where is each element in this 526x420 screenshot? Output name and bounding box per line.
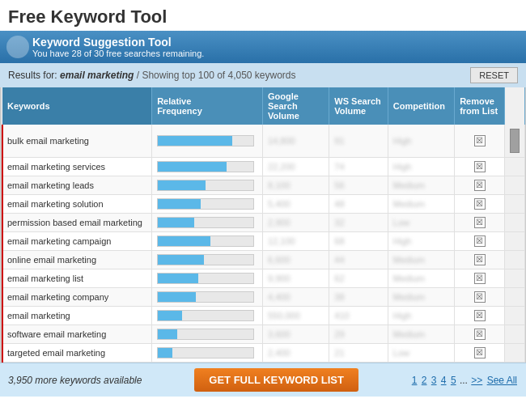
competition-cell: Medium [388,251,454,269]
competition-cell: Medium [388,195,454,214]
gsv-cell: 3,600 [263,325,329,344]
competition-cell: Medium [388,325,454,344]
remove-cell[interactable]: ☒ [455,251,505,269]
gsv-cell: 550,000 [263,307,329,325]
results-sub: / Showing top 100 of 4,050 keywords [137,70,296,81]
gsv-cell: 9,900 [263,269,329,288]
competition-cell: Medium [388,176,454,195]
keyword-cell: software email marketing [2,325,152,344]
frequency-cell [152,195,263,214]
table-row: targeted email marketing2,40021Low☒ [2,344,525,363]
table-row: email marketing leads8,10056Medium☒ [2,176,525,195]
competition-cell: Medium [388,269,454,288]
keyword-cell: email marketing solution [2,195,152,214]
page-title: Free Keyword Tool [0,0,526,31]
gsv-cell: 2,400 [263,344,329,363]
competition-cell: High [388,125,454,158]
table-row: email marketing services22,20074High☒ [2,158,525,176]
wsv-cell: 74 [329,158,388,176]
table-row: email marketing list9,90062Medium☒ [2,269,525,288]
page-5[interactable]: 5 [451,375,456,386]
col-wsv: WS SearchVolume [329,87,388,125]
banner-title: Keyword Suggestion Tool [32,36,516,49]
page-1[interactable]: 1 [412,375,418,386]
wsv-cell: 62 [329,269,388,288]
page-2[interactable]: 2 [422,375,427,386]
remove-checkbox[interactable]: ☒ [474,161,486,172]
table-row: email marketing campaign12,10068High☒ [2,232,525,251]
pagination: 1 2 3 4 5 ... >> See All [411,375,518,386]
table-row: online email marketing6,60044Medium☒ [2,251,525,269]
competition-cell: High [388,307,454,325]
gsv-cell: 14,800 [263,125,329,158]
keyword-cell: bulk email marketing [2,125,152,158]
remove-checkbox[interactable]: ☒ [474,217,486,228]
remove-cell[interactable]: ☒ [455,232,505,251]
table-row: email marketing550,000410High☒ [2,307,525,325]
frequency-cell [152,176,263,195]
wsv-cell: 68 [329,232,388,251]
page-3[interactable]: 3 [431,375,437,386]
wsv-cell: 56 [329,176,388,195]
page-see-all[interactable]: See All [487,375,517,386]
scroll-col [505,87,525,125]
table-row: email marketing company4,40038Medium☒ [2,288,525,307]
keyword-cell: email marketing leads [2,176,152,195]
table-body: bulk email marketing14,80091High☒email m… [2,125,525,363]
keyword-cell: email marketing list [2,269,152,288]
remove-checkbox[interactable]: ☒ [474,310,486,321]
page-4[interactable]: 4 [441,375,447,386]
frequency-cell [152,232,263,251]
reset-button[interactable]: RESET [470,67,518,83]
remove-checkbox[interactable]: ☒ [474,347,486,358]
scroll-spacer [505,269,525,288]
remove-cell[interactable]: ☒ [455,214,505,232]
col-rel-freq: RelativeFrequency [152,87,263,125]
page-next[interactable]: >> [471,375,482,386]
scroll-spacer [505,158,525,176]
keyword-cell: targeted email marketing [2,344,152,363]
frequency-cell [152,344,263,363]
remove-cell[interactable]: ☒ [455,158,505,176]
remove-cell[interactable]: ☒ [455,125,505,158]
keyword-table: Keywords RelativeFrequency GoogleSearchV… [2,87,525,363]
remove-checkbox[interactable]: ☒ [474,254,486,265]
competition-cell: High [388,232,454,251]
remove-checkbox[interactable]: ☒ [474,180,486,191]
remove-checkbox[interactable]: ☒ [474,235,486,247]
keyword-cell: email marketing company [2,288,152,307]
keyword-cell: permission based email marketing [2,214,152,232]
remove-cell[interactable]: ☒ [455,176,505,195]
remove-cell[interactable]: ☒ [455,195,505,214]
competition-cell: Medium [388,288,454,307]
remove-checkbox[interactable]: ☒ [474,273,486,284]
frequency-cell [152,307,263,325]
keyword-cell: email marketing campaign [2,232,152,251]
results-text: Results for: email marketing / Showing t… [8,70,296,81]
remove-checkbox[interactable]: ☒ [474,329,486,340]
keyword-cell: email marketing services [2,158,152,176]
wsv-cell: 38 [329,288,388,307]
remove-checkbox[interactable]: ☒ [474,135,486,146]
footer: 3,950 more keywords available GET FULL K… [0,363,526,397]
remove-cell[interactable]: ☒ [455,288,505,307]
frequency-cell [152,158,263,176]
remove-cell[interactable]: ☒ [455,307,505,325]
remove-checkbox[interactable]: ☒ [474,291,486,303]
scroll-spacer [505,325,525,344]
get-full-list-button[interactable]: GET FULL KEYWORD LIST [194,368,358,392]
scroll-spacer [505,288,525,307]
remove-cell[interactable]: ☒ [455,325,505,344]
remove-cell[interactable]: ☒ [455,269,505,288]
remove-checkbox[interactable]: ☒ [474,198,486,210]
frequency-cell [152,251,263,269]
frequency-cell [152,288,263,307]
frequency-cell [152,214,263,232]
keyword-table-container: Keywords RelativeFrequency GoogleSearchV… [0,87,526,363]
table-row: bulk email marketing14,80091High☒ [2,125,525,158]
competition-cell: Low [388,214,454,232]
results-label: Results for: [8,70,57,81]
footer-more-keywords: 3,950 more keywords available [8,375,142,386]
remove-cell[interactable]: ☒ [455,344,505,363]
wsv-cell: 29 [329,325,388,344]
